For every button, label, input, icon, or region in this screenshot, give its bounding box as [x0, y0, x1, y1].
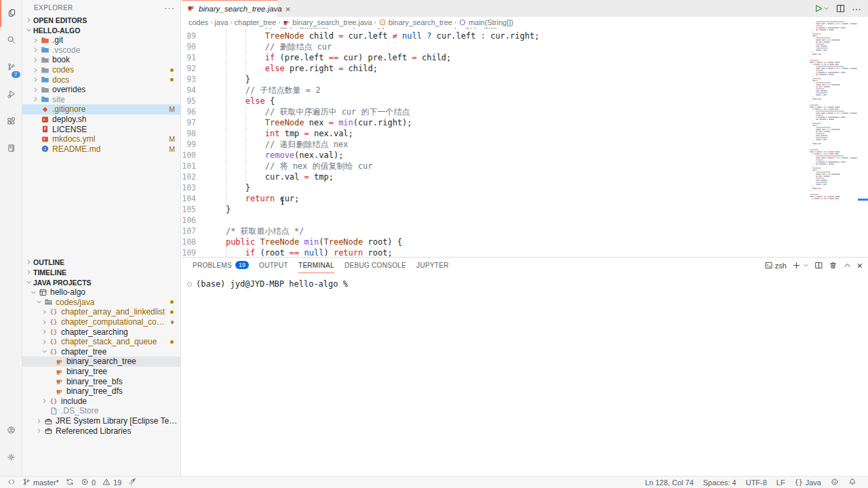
code-line-108[interactable]: 108public TreeNode min(TreeNode root) { [182, 237, 807, 247]
line-number[interactable]: 102 [182, 171, 206, 182]
code-line-92[interactable]: 92else pre.right = child; [182, 63, 807, 74]
terminal-shell-select[interactable]: zsh [764, 261, 787, 270]
close-icon[interactable]: × [285, 4, 291, 14]
line-number[interactable]: 92 [182, 63, 206, 74]
panel-tab-problems[interactable]: PROBLEMS19 [193, 258, 249, 273]
jp-item-jre-system-library-eclipse-temurin-17-17-[interactable]: JRE System Library [Eclipse Temurin 17 [… [22, 416, 180, 426]
breadcrumb-chapter-tree[interactable]: chapter_tree [235, 18, 277, 26]
activity-notebook[interactable] [0, 136, 22, 163]
open-editors-section[interactable]: OPEN EDITORS [22, 15, 180, 25]
code-line-98[interactable]: 98int tmp = nex.val; [182, 128, 807, 139]
tree-item-docs[interactable]: docs [22, 75, 180, 85]
panel-tab-debug-console[interactable]: DEBUG CONSOLE [344, 258, 406, 273]
timeline-section[interactable]: TIMELINE [22, 267, 180, 277]
line-number[interactable]: 103 [182, 182, 206, 193]
jp-item-chapter-tree[interactable]: {}chapter_tree [22, 347, 180, 357]
status-sync[interactable] [62, 476, 77, 488]
jp-item-chapter-searching[interactable]: {}chapter_searching [22, 327, 180, 337]
activity-settings[interactable] [0, 445, 22, 472]
run-button[interactable] [813, 3, 829, 14]
jp-item-include[interactable]: {}include [22, 396, 180, 407]
code-line-99[interactable]: 99// 递归删除结点 nex [182, 139, 807, 150]
line-number[interactable]: 90 [182, 41, 206, 52]
status-indentation[interactable]: Spaces: 4 [698, 476, 741, 488]
status-eol[interactable]: LF [772, 476, 790, 488]
status-java-ready[interactable] [125, 476, 140, 488]
code-line-89[interactable]: 89TreeNode child = cur.left ≠ null ? cur… [182, 30, 807, 41]
status-warnings[interactable]: 19 [99, 476, 125, 488]
tree-item--gitignore[interactable]: .gitignoreM [22, 104, 180, 115]
tree-item--git[interactable]: .git [22, 35, 180, 45]
code-line-93[interactable]: 93} [182, 74, 807, 85]
terminal[interactable]: (base) jyd@JYD-MBP hello-algo % [182, 273, 868, 289]
maximize-panel-button[interactable] [843, 261, 852, 270]
code-editor[interactable]: 88// 当子结点数量 = 0 / 1 时, child = null / 该子… [182, 28, 807, 257]
line-number[interactable]: 94 [182, 85, 206, 96]
line-number[interactable]: 96 [182, 106, 206, 117]
line-number[interactable]: 100 [182, 150, 206, 161]
minimap[interactable] [807, 20, 857, 257]
jp-item--ds-store[interactable]: .DS_Store [22, 406, 180, 416]
code-line-91[interactable]: 91if (pre.left == cur) pre.left = child; [182, 52, 807, 63]
code-line-100[interactable]: 100remove(nex.val); [182, 150, 807, 161]
tree-item-book[interactable]: book [22, 55, 180, 65]
split-editor-button[interactable] [835, 3, 846, 14]
line-number[interactable]: 108 [182, 237, 206, 247]
jp-item-binary-search-tree[interactable]: binary_search_tree [22, 357, 180, 367]
status-feedback[interactable] [826, 476, 844, 488]
tree-item-license[interactable]: LICENSE [22, 124, 180, 134]
jp-item-chapter-stack-and-queue[interactable]: {}chapter_stack_and_queue [22, 337, 180, 347]
tree-item-codes[interactable]: codes [22, 65, 180, 75]
line-number[interactable]: 104 [182, 193, 206, 204]
breadcrumb-codes[interactable]: codes [189, 18, 208, 26]
status-remote[interactable] [4, 476, 19, 488]
breadcrumb-binary-search-tree[interactable]: binary_search_tree [378, 18, 452, 26]
code-line-109[interactable]: 109if (root == null) return root; [182, 247, 807, 257]
panel-tab-jupyter[interactable]: JUPYTER [416, 258, 449, 273]
java-projects-section[interactable]: JAVA PROJECTS [22, 277, 180, 287]
status-encoding[interactable]: UTF-8 [741, 476, 772, 488]
line-number[interactable]: 89 [182, 30, 206, 41]
tree-item-overrides[interactable]: overrides [22, 85, 180, 95]
status-errors[interactable]: 0 [77, 476, 99, 488]
jp-item-binary-tree-dfs[interactable]: binary_tree_dfs [22, 386, 180, 396]
code-line-96[interactable]: 96// 获取中序遍历中 cur 的下一个结点 [182, 106, 807, 117]
jp-item-binary-tree-bfs[interactable]: binary_tree_bfs [22, 376, 180, 386]
line-number[interactable]: 98 [182, 128, 206, 139]
code-line-102[interactable]: 102cur.val = tmp; [182, 171, 807, 182]
jp-item-chapter-computational-complexity[interactable]: {}chapter_computational_complexity [22, 317, 180, 327]
tree-item-site[interactable]: site [22, 95, 180, 105]
status-branch[interactable]: master* [19, 476, 62, 488]
more-actions-icon[interactable]: ··· [852, 3, 861, 14]
line-number[interactable]: 109 [182, 247, 206, 257]
activity-account[interactable] [0, 418, 22, 445]
line-number[interactable]: 107 [182, 226, 206, 237]
jp-item-referenced-libraries[interactable]: Referenced Libraries [22, 426, 180, 436]
tree-item--vscode[interactable]: .vscode [22, 45, 180, 56]
line-number[interactable]: 95 [182, 96, 206, 106]
code-line-106[interactable]: 106 [182, 215, 807, 226]
code-line-90[interactable]: 90// 删除结点 cur [182, 41, 807, 52]
tab-binary-search-tree[interactable]: binary_search_tree.java × [182, 0, 278, 17]
code-line-103[interactable]: 103} [182, 182, 807, 193]
activity-search[interactable] [0, 27, 22, 54]
code-line-94[interactable]: 94// 子结点数量 = 2 [182, 85, 807, 96]
line-number[interactable]: 97 [182, 117, 206, 128]
code-line-107[interactable]: 107/* 获取最小结点 */ [182, 226, 807, 237]
root-folder-row[interactable]: HELLO-ALGO [22, 25, 180, 35]
split-terminal-button[interactable] [814, 261, 823, 270]
code-line-101[interactable]: 101// 将 nex 的值复制给 cur [182, 161, 807, 171]
line-number[interactable]: 99 [182, 139, 206, 150]
line-number[interactable]: 105 [182, 204, 206, 215]
kill-terminal-button[interactable] [829, 261, 837, 270]
tree-item-readme-md[interactable]: README.mdM [22, 144, 180, 155]
code-line-105[interactable]: 105} [182, 204, 807, 215]
status-cursor-position[interactable]: Ln 128, Col 74 [640, 476, 698, 488]
outline-section[interactable]: OUTLINE [22, 257, 180, 267]
jp-item-hello-algo[interactable]: hello-algo [22, 287, 180, 298]
panel-tab-output[interactable]: OUTPUT [259, 258, 288, 273]
activity-explorer[interactable] [0, 0, 22, 27]
terminal-dropdown-icon[interactable] [803, 261, 809, 270]
status-language-mode[interactable]: {}Java [790, 476, 826, 488]
line-number[interactable]: 101 [182, 161, 206, 171]
